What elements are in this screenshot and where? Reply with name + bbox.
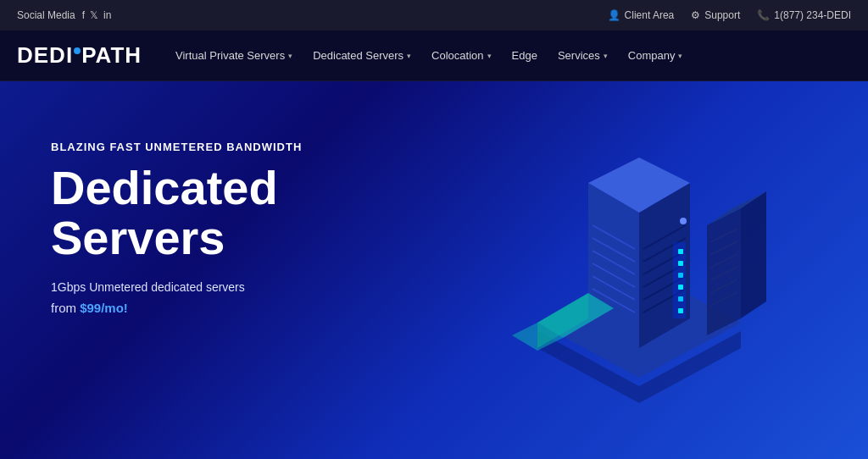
nav-company[interactable]: Company ▾ [620, 42, 692, 69]
svg-rect-23 [678, 308, 683, 313]
nav-vps[interactable]: Virtual Private Servers ▾ [167, 42, 301, 69]
svg-point-24 [680, 218, 687, 224]
svg-marker-25 [707, 208, 741, 335]
hero-title: Dedicated Servers [51, 163, 302, 263]
twitter-icon[interactable]: 𝕏 [90, 9, 98, 21]
price-prefix: from [51, 301, 80, 315]
server-illustration [478, 115, 800, 437]
support-icon: ⚙ [691, 9, 700, 21]
services-chevron-icon: ▾ [604, 52, 608, 60]
nav-services[interactable]: Services ▾ [549, 42, 616, 69]
logo-text: DEDIPATH [17, 42, 142, 69]
nav-edge[interactable]: Edge [504, 42, 546, 69]
svg-rect-19 [678, 261, 683, 266]
hero-description: 1Gbps Unmetered dedicated servers [51, 280, 302, 294]
phone-icon: 📞 [757, 9, 770, 21]
hero-price: from $99/mo! [51, 301, 302, 315]
support-link[interactable]: ⚙ Support [691, 9, 740, 21]
nav-links: Virtual Private Servers ▾ Dedicated Serv… [167, 42, 851, 69]
phone-link[interactable]: 📞 1(877) 234-DEDI [757, 9, 851, 21]
top-bar: Social Media f 𝕏 in 👤 Client Area ⚙ Supp… [0, 0, 868, 30]
nav-dedicated[interactable]: Dedicated Servers ▾ [304, 42, 420, 69]
hero-title-line1: Dedicated [51, 161, 278, 214]
hero-subtitle: BLAZING FAST UNMETERED BANDWIDTH [51, 141, 302, 153]
hero-section: BLAZING FAST UNMETERED BANDWIDTH Dedicat… [0, 81, 868, 459]
nav-colocation[interactable]: Colocation ▾ [423, 42, 499, 69]
svg-rect-22 [678, 296, 683, 301]
top-bar-right: 👤 Client Area ⚙ Support 📞 1(877) 234-DED… [608, 9, 851, 21]
social-icons: f 𝕏 in [82, 9, 112, 21]
svg-rect-18 [678, 249, 683, 254]
social-media-label: Social Media [17, 9, 75, 21]
client-area-link[interactable]: 👤 Client Area [608, 9, 675, 21]
colo-chevron-icon: ▾ [487, 52, 492, 60]
logo-dot-container [73, 42, 81, 68]
svg-marker-26 [741, 191, 766, 318]
dedicated-chevron-icon: ▾ [407, 52, 411, 60]
company-chevron-icon: ▾ [678, 52, 682, 60]
svg-rect-20 [678, 273, 683, 278]
hero-title-line2: Servers [51, 211, 225, 264]
server-svg [478, 115, 800, 437]
svg-rect-21 [678, 285, 683, 290]
price-value: $99/mo! [80, 301, 128, 315]
linkedin-icon[interactable]: in [103, 9, 111, 21]
logo-dot-icon [74, 47, 81, 54]
vps-chevron-icon: ▾ [288, 52, 292, 60]
facebook-icon[interactable]: f [82, 9, 85, 21]
logo[interactable]: DEDIPATH [17, 42, 142, 69]
user-icon: 👤 [608, 9, 620, 21]
hero-content: BLAZING FAST UNMETERED BANDWIDTH Dedicat… [0, 81, 353, 400]
navbar: DEDIPATH Virtual Private Servers ▾ Dedic… [0, 30, 868, 81]
top-bar-left: Social Media f 𝕏 in [17, 9, 111, 21]
